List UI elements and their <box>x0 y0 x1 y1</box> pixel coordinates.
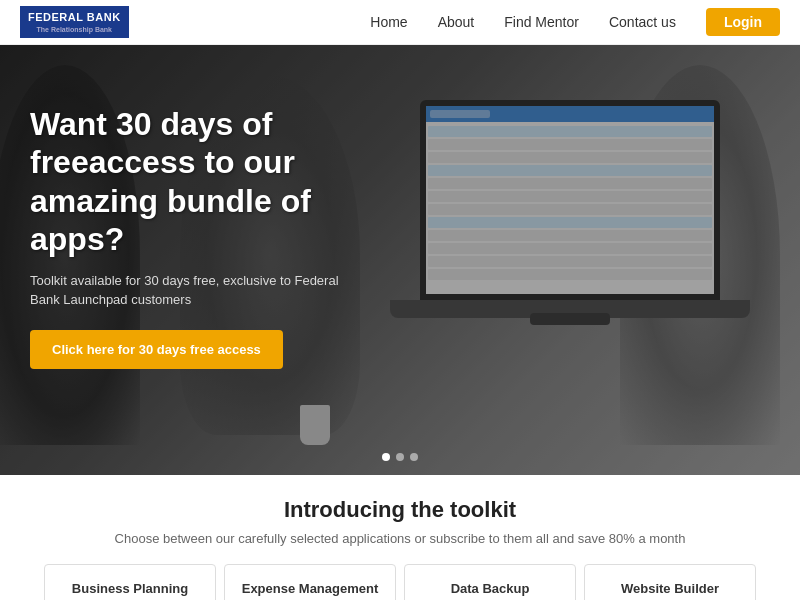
hero-cta-button[interactable]: Click here for 30 days free access <box>30 330 283 369</box>
nav-links: Home About Find Mentor Contact us Login <box>370 8 780 36</box>
hero-section: Want 30 days of freeaccess to our amazin… <box>0 45 800 475</box>
toolkit-card-expense-management[interactable]: Expense Management <box>224 564 396 600</box>
logo-subtitle: The Relationship Bank <box>37 25 112 34</box>
intro-title: Introducing the toolkit <box>20 497 780 523</box>
toolkit-card-data-backup[interactable]: Data Backup <box>404 564 576 600</box>
hero-content: Want 30 days of freeaccess to our amazin… <box>30 105 370 369</box>
carousel-dot-2[interactable] <box>396 453 404 461</box>
login-button[interactable]: Login <box>706 8 780 36</box>
coffee-cup <box>300 405 330 445</box>
hero-subtitle: Toolkit available for 30 days free, excl… <box>30 271 370 310</box>
navbar: FEDERAL BANK The Relationship Bank Home … <box>0 0 800 45</box>
logo[interactable]: FEDERAL BANK The Relationship Bank <box>20 6 129 37</box>
intro-section: Introducing the toolkit Choose between o… <box>0 475 800 600</box>
carousel-dot-3[interactable] <box>410 453 418 461</box>
toolkit-card-business-planning[interactable]: Business Planning <box>44 564 216 600</box>
nav-about[interactable]: About <box>438 14 475 30</box>
nav-contact[interactable]: Contact us <box>609 14 676 30</box>
toolkit-card-website-builder[interactable]: Website Builder <box>584 564 756 600</box>
nav-find-mentor[interactable]: Find Mentor <box>504 14 579 30</box>
hero-dots <box>382 453 418 461</box>
toolkit-cards: Business Planning Expense Management Dat… <box>20 564 780 600</box>
nav-home[interactable]: Home <box>370 14 407 30</box>
intro-subtitle: Choose between our carefully selected ap… <box>20 531 780 546</box>
hero-title: Want 30 days of freeaccess to our amazin… <box>30 105 370 259</box>
carousel-dot-1[interactable] <box>382 453 390 461</box>
logo-title: FEDERAL BANK <box>28 10 121 24</box>
